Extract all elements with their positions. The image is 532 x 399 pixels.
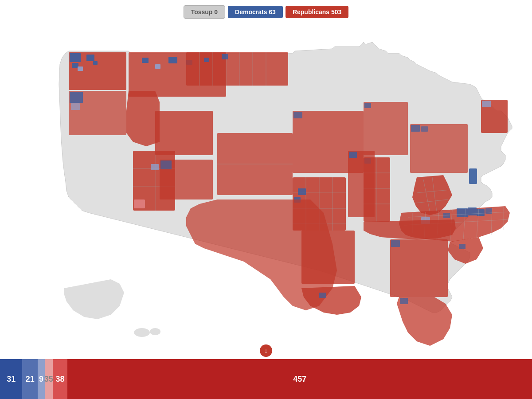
alabama-georgia[interactable] (390, 239, 448, 297)
republicans-badge[interactable]: Republicans 503 (286, 6, 349, 18)
svg-rect-2 (72, 63, 78, 68)
svg-rect-48 (457, 208, 468, 217)
svg-rect-77 (364, 103, 371, 108)
bar-rep-dark: 457 (67, 359, 532, 399)
arkansas-mississippi[interactable] (301, 231, 355, 284)
svg-rect-85 (391, 240, 400, 247)
svg-rect-5 (93, 61, 98, 65)
svg-rect-84 (390, 239, 448, 297)
svg-rect-81 (348, 151, 375, 217)
svg-rect-87 (319, 293, 326, 298)
scroll-down-button[interactable] (260, 344, 272, 357)
bottom-bar: 31 21 9 35 38 457 (0, 359, 532, 399)
svg-rect-79 (411, 125, 420, 132)
svg-rect-3 (78, 66, 83, 71)
header: Tossup 0 Democrats 63 Republicans 503 (0, 0, 532, 22)
svg-rect-1 (70, 53, 81, 62)
nebraska-kansas[interactable] (217, 133, 293, 195)
wisconsin-michigan[interactable] (364, 102, 408, 155)
svg-rect-19 (222, 54, 228, 59)
svg-rect-4 (86, 55, 94, 61)
svg-rect-18 (204, 58, 209, 62)
svg-rect-47 (469, 168, 477, 184)
illinois-state[interactable] (348, 151, 375, 217)
svg-rect-76 (364, 102, 408, 155)
washington-state[interactable] (69, 52, 126, 90)
alaska-state[interactable] (64, 279, 124, 319)
idaho-state[interactable] (126, 91, 160, 146)
bar-dem-dark: 31 (0, 359, 22, 399)
maine-state[interactable] (481, 100, 508, 133)
svg-rect-11 (186, 52, 288, 86)
svg-rect-50 (477, 209, 485, 216)
svg-rect-82 (349, 152, 357, 158)
democrats-badge[interactable]: Democrats 63 (228, 6, 283, 18)
svg-rect-88 (400, 298, 408, 304)
svg-rect-71 (160, 160, 172, 169)
svg-rect-41 (298, 188, 306, 195)
svg-rect-49 (468, 207, 477, 215)
hawaii-state[interactable] (134, 328, 160, 337)
svg-rect-26 (151, 164, 159, 170)
bar-tossup: 35 (45, 359, 53, 399)
svg-rect-75 (293, 112, 302, 118)
svg-rect-27 (134, 200, 145, 208)
svg-rect-67 (70, 92, 83, 103)
louisiana-state[interactable] (301, 286, 361, 315)
svg-rect-8 (155, 64, 160, 69)
wyoming-state[interactable] (155, 111, 213, 155)
delaware-state[interactable] (469, 168, 477, 184)
ohio-pennsylvania[interactable] (410, 124, 468, 173)
florida-state[interactable] (397, 297, 452, 346)
svg-rect-68 (71, 103, 80, 110)
svg-rect-83 (301, 231, 355, 284)
colorado-state[interactable] (160, 160, 213, 200)
svg-rect-21 (482, 101, 491, 107)
svg-rect-9 (168, 57, 177, 63)
svg-rect-51 (443, 213, 450, 218)
svg-rect-86 (459, 244, 466, 249)
bar-dem-light: 9 (38, 359, 45, 399)
tossup-badge[interactable]: Tossup 0 (184, 5, 225, 19)
oregon-state[interactable] (69, 91, 126, 135)
svg-point-64 (134, 328, 150, 337)
map-container (0, 22, 532, 355)
us-map[interactable] (0, 22, 532, 355)
svg-rect-7 (142, 58, 149, 63)
svg-point-65 (150, 328, 160, 335)
svg-rect-69 (155, 111, 213, 155)
north-dakota-region[interactable] (186, 52, 288, 86)
svg-rect-80 (421, 126, 428, 132)
bar-rep-light: 38 (53, 359, 68, 399)
bar-dem-mid: 21 (22, 359, 38, 399)
